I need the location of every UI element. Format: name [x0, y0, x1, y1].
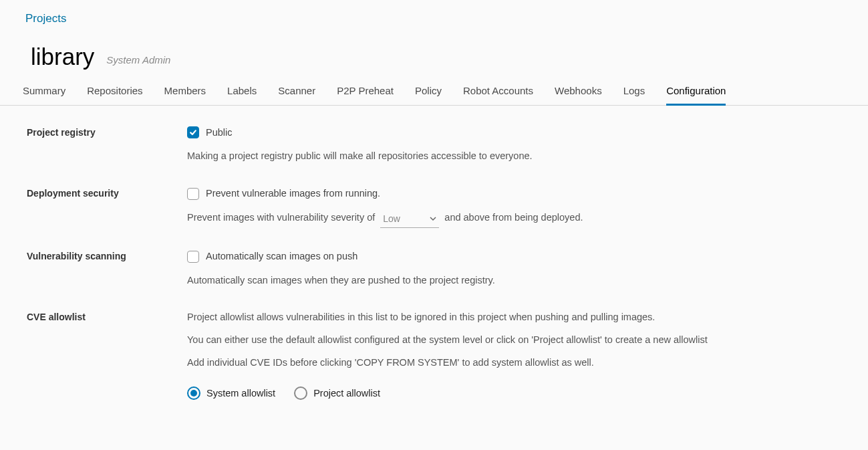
cve-section-label: CVE allowlist — [27, 310, 187, 322]
config-row-deployment: Deployment security Prevent vulnerable i… — [27, 187, 841, 227]
scanning-desc-text: Automatically scan images when they are … — [187, 273, 841, 288]
radio-system-inner — [190, 390, 197, 397]
deployment-desc-line: Prevent images with vulnerability severi… — [187, 211, 841, 227]
deployment-desc-prefix: Prevent images with vulnerability severi… — [187, 212, 375, 223]
tab-scanner[interactable]: Scanner — [278, 85, 315, 106]
auto-scan-checkbox-label: Automatically scan images on push — [206, 249, 357, 264]
check-icon — [189, 128, 197, 136]
tab-p2p-preheat[interactable]: P2P Preheat — [337, 85, 394, 106]
tab-robot-accounts[interactable]: Robot Accounts — [463, 85, 533, 106]
public-checkbox-label: Public — [206, 126, 233, 140]
chevron-down-icon — [430, 215, 436, 222]
tab-summary[interactable]: Summary — [23, 85, 65, 106]
cve-desc-2: You can either use the default allowlist… — [187, 333, 841, 348]
project-name-title: library — [31, 44, 94, 70]
tab-labels[interactable]: Labels — [227, 85, 257, 106]
user-role-label: System Admin — [106, 54, 170, 66]
deployment-section-label: Deployment security — [27, 187, 187, 199]
public-checkbox[interactable] — [187, 126, 199, 138]
breadcrumb-projects-link[interactable]: Projects — [25, 12, 66, 25]
radio-system-label: System allowlist — [206, 386, 275, 401]
config-row-cve: CVE allowlist Project allowlist allows v… — [27, 310, 841, 401]
radio-system-allowlist[interactable]: System allowlist — [187, 386, 275, 401]
tab-logs[interactable]: Logs — [623, 85, 645, 106]
scanning-section-label: Vulnerability scanning — [27, 249, 187, 261]
tabs-bar: SummaryRepositoriesMembersLabelsScannerP… — [0, 85, 868, 106]
radio-system-outer — [187, 386, 200, 400]
cve-desc-3: Add individual CVE IDs before clicking '… — [187, 356, 841, 370]
cve-desc-1: Project allowlist allows vulnerabilities… — [187, 310, 841, 325]
prevent-vulnerable-checkbox-label: Prevent vulnerable images from running. — [206, 187, 380, 201]
config-row-scanning: Vulnerability scanning Automatically sca… — [27, 249, 841, 288]
radio-project-label: Project allowlist — [313, 386, 380, 401]
breadcrumb: Projects — [0, 7, 868, 31]
tab-configuration[interactable]: Configuration — [666, 85, 726, 106]
registry-section-label: Project registry — [27, 126, 187, 138]
tab-webhooks[interactable]: Webhooks — [555, 85, 602, 106]
auto-scan-checkbox[interactable] — [187, 251, 199, 263]
config-row-registry: Project registry Public Making a project… — [27, 126, 841, 164]
deployment-desc-suffix: and above from being deployed. — [444, 212, 583, 223]
registry-desc-text: Making a project registry public will ma… — [187, 149, 841, 164]
severity-select[interactable]: Low — [380, 212, 439, 228]
radio-project-allowlist[interactable]: Project allowlist — [294, 386, 380, 401]
tab-policy[interactable]: Policy — [415, 85, 442, 106]
tab-repositories[interactable]: Repositories — [87, 85, 142, 106]
severity-select-value: Low — [383, 212, 400, 226]
prevent-vulnerable-checkbox[interactable] — [187, 188, 199, 200]
page-title-row: library System Admin — [0, 31, 868, 73]
radio-project-outer — [294, 386, 307, 400]
tab-members[interactable]: Members — [164, 85, 206, 106]
